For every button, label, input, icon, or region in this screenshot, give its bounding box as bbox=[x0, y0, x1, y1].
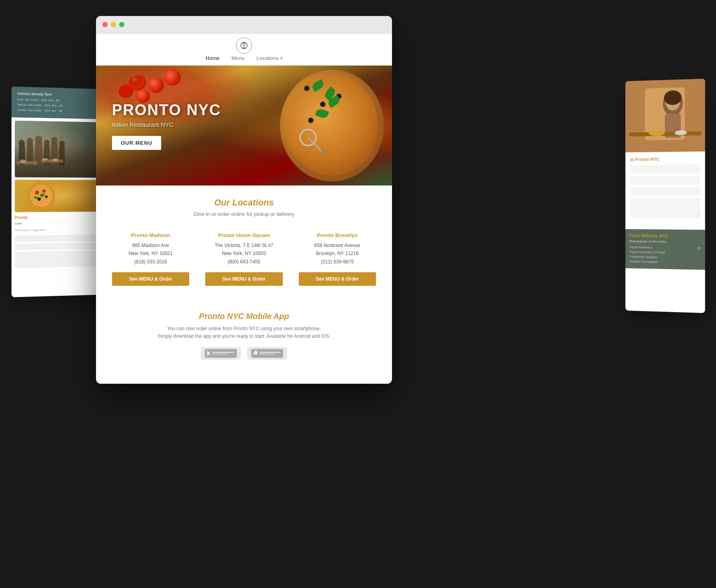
browser-titlebar bbox=[96, 16, 392, 34]
app-store-badge[interactable] bbox=[247, 347, 287, 360]
union-phone: (800) 843-7455 bbox=[205, 258, 282, 266]
union-address1: The Victoria, 7 E 14th St #7 bbox=[205, 241, 282, 249]
browser-nav: Home Menu Locations ▾ bbox=[96, 34, 392, 66]
delivery-header-text: Delivery already here bbox=[17, 92, 106, 98]
location-card-union-square: Pronto Union Square The Victoria, 7 E 14… bbox=[201, 228, 286, 290]
traffic-light-red[interactable] bbox=[102, 22, 108, 27]
svg-point-19 bbox=[35, 191, 39, 195]
hero-section: PRONTO NYC Italian Restaurant NYC OUR ME… bbox=[96, 66, 392, 185]
menu-item-4: Chicken Parmigiana bbox=[629, 259, 701, 264]
pizza-decoration bbox=[280, 70, 384, 181]
pizza-leaf-1 bbox=[311, 79, 325, 92]
restaurant-crowd-image bbox=[15, 121, 108, 178]
app-store-svg bbox=[251, 349, 283, 358]
pronto-label: Pronto bbox=[15, 215, 108, 220]
our-menu-button[interactable]: OUR MENU bbox=[112, 136, 161, 150]
menu-item-1-name: Pizza Primavera bbox=[629, 245, 652, 249]
food-delivery-title: Food Delivery NYC bbox=[629, 233, 701, 239]
nav-menu[interactable]: Menu bbox=[232, 55, 245, 61]
right-form-field-1 bbox=[630, 164, 700, 173]
menu-item-2: Pizza Prosciutto e Funghi bbox=[629, 250, 701, 255]
menu-item-4-name: Chicken Parmigiana bbox=[629, 259, 657, 263]
pizza-image bbox=[15, 180, 108, 212]
app-title: Pronto NYC Mobile App bbox=[108, 312, 380, 321]
nav-locations-chevron: ▾ bbox=[280, 56, 282, 60]
right-form-field-3 bbox=[630, 187, 700, 196]
svg-rect-47 bbox=[212, 352, 234, 353]
panel-right: at Pronto NYC Food Delivery NYC Most pop… bbox=[625, 79, 705, 313]
google-play-svg bbox=[205, 349, 237, 358]
woman-svg bbox=[625, 79, 705, 152]
resize-handle-svg bbox=[630, 198, 700, 219]
pizza-olive-2 bbox=[320, 102, 326, 107]
pizza-leaf-3 bbox=[315, 108, 329, 119]
hero-title: PRONTO NYC bbox=[112, 102, 221, 119]
app-store-badge-inner bbox=[251, 349, 283, 358]
locations-grid: Pronto Madison 865 Madison Ave New York,… bbox=[108, 228, 380, 290]
send-label: Send your suggestion bbox=[15, 227, 108, 232]
panel-right-image bbox=[625, 79, 705, 152]
panel-right-title: at Pronto NYC bbox=[630, 156, 700, 162]
right-form-textarea bbox=[630, 198, 700, 219]
brooklyn-address2: Brooklyn, NY 11216 bbox=[299, 249, 376, 257]
svg-point-41 bbox=[119, 85, 132, 97]
app-section: Pronto NYC Mobile App You can now order … bbox=[96, 307, 392, 367]
menu-item-3: Traditional Lasagna bbox=[629, 255, 701, 260]
hero-content: PRONTO NYC Italian Restaurant NYC OUR ME… bbox=[112, 102, 221, 150]
google-play-badge-inner bbox=[205, 349, 237, 358]
nav-home[interactable]: Home bbox=[206, 55, 220, 61]
svg-rect-50 bbox=[259, 352, 280, 353]
tomato-4 bbox=[136, 90, 150, 103]
app-description: You can now order online from Pronto NYC… bbox=[108, 325, 380, 340]
app-desc-line1: You can now order online from Pronto NYC… bbox=[108, 325, 380, 333]
union-address2: New York, NY 10003 bbox=[205, 249, 282, 257]
left-form bbox=[15, 234, 108, 268]
nav-links: Home Menu Locations ▾ bbox=[206, 55, 282, 61]
app-desc-line2: Simply download the app and you're ready… bbox=[108, 333, 380, 340]
traffic-light-yellow[interactable] bbox=[111, 22, 116, 27]
svg-rect-51 bbox=[259, 354, 274, 355]
left-form-field-2 bbox=[15, 242, 108, 250]
location-address-brooklyn: 658 Nostrand Avenue Brooklyn, NY 11216 (… bbox=[299, 241, 376, 266]
pizza-olive-1 bbox=[304, 86, 310, 91]
brooklyn-address1: 658 Nostrand Avenue bbox=[299, 241, 376, 249]
order-button-madison[interactable]: See MENU & Order bbox=[112, 272, 189, 286]
locations-section: Our Locations Dine-in or order online fo… bbox=[96, 185, 392, 307]
location-name-brooklyn: Pronto Brooklyn bbox=[299, 232, 376, 238]
location-name-union-square: Pronto Union Square bbox=[205, 232, 282, 238]
left-form-field-1 bbox=[15, 234, 108, 242]
svg-point-11 bbox=[59, 141, 65, 146]
svg-line-43 bbox=[308, 138, 322, 151]
panel-right-footer: Food Delivery NYC Most popular on the me… bbox=[625, 229, 705, 270]
nav-locations[interactable]: Locations ▾ bbox=[256, 55, 282, 61]
crowd-svg bbox=[15, 121, 108, 178]
locations-section-subtitle: Dine-in or order online for pickup or de… bbox=[108, 211, 380, 217]
tomato-svg-2 bbox=[118, 84, 133, 98]
svg-point-22 bbox=[45, 195, 48, 198]
menu-popular-label: Most popular on the menu: bbox=[629, 239, 701, 244]
tomato-5 bbox=[164, 70, 181, 86]
location-card-brooklyn: Pronto Brooklyn 658 Nostrand Avenue Broo… bbox=[295, 228, 380, 290]
location-card-madison: Pronto Madison 865 Madison Ave New York,… bbox=[108, 228, 193, 290]
tomato-3 bbox=[148, 78, 164, 93]
traffic-light-green[interactable] bbox=[119, 22, 124, 27]
madison-address2: New York, NY 10021 bbox=[112, 249, 189, 257]
svg-rect-48 bbox=[212, 354, 228, 355]
hero-subtitle: Italian Restaurant NYC bbox=[112, 121, 221, 128]
right-form-field-2 bbox=[630, 176, 700, 185]
svg-point-21 bbox=[38, 197, 41, 201]
google-play-badge[interactable] bbox=[201, 347, 241, 360]
logo-icon bbox=[240, 41, 248, 50]
location-name-madison: Pronto Madison bbox=[112, 232, 189, 238]
order-button-brooklyn[interactable]: See MENU & Order bbox=[299, 272, 376, 286]
tomato-2 bbox=[118, 84, 133, 98]
nav-locations-label: Locations bbox=[256, 55, 279, 61]
site-logo bbox=[236, 38, 252, 54]
menu-item-2-name: Pizza Prosciutto e Funghi bbox=[629, 250, 665, 254]
left-form-textarea bbox=[15, 250, 108, 268]
order-button-union-square[interactable]: See MENU & Order bbox=[205, 272, 282, 286]
svg-line-34 bbox=[698, 208, 700, 216]
menu-item-1: Pizza Primavera $1 bbox=[629, 245, 701, 250]
app-badges bbox=[108, 347, 380, 360]
menu-item-1-price: $1 bbox=[698, 246, 701, 250]
